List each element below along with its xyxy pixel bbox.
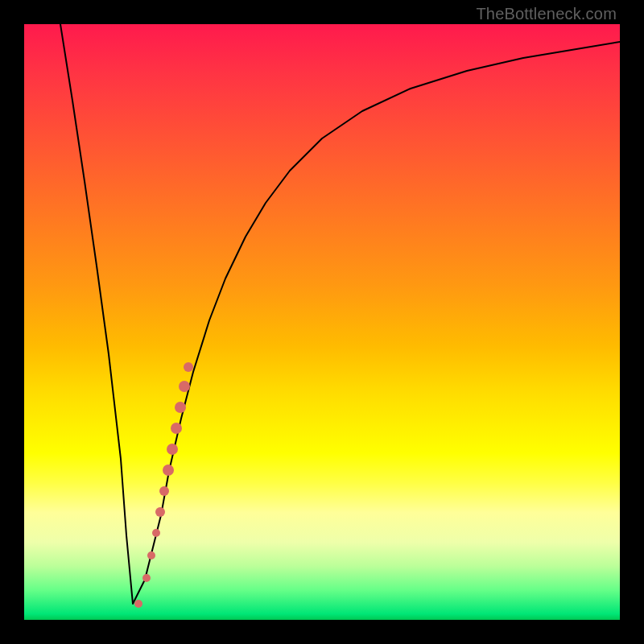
data-marker <box>134 600 142 608</box>
data-marker <box>152 529 160 537</box>
data-marker <box>179 381 190 392</box>
data-marker <box>175 402 186 413</box>
bottleneck-curve <box>60 24 620 604</box>
data-marker <box>171 423 182 434</box>
data-marker <box>163 464 174 476</box>
chart-container: TheBottleneck.com <box>0 0 644 644</box>
data-marker <box>147 551 155 559</box>
chart-svg <box>24 24 620 620</box>
data-marker <box>167 444 178 455</box>
watermark-text: TheBottleneck.com <box>476 5 617 23</box>
data-marker <box>159 486 169 496</box>
data-marker <box>142 574 151 582</box>
data-marker <box>184 362 193 372</box>
plot-area <box>24 24 620 620</box>
data-marker <box>155 507 165 517</box>
marker-group <box>134 362 193 608</box>
